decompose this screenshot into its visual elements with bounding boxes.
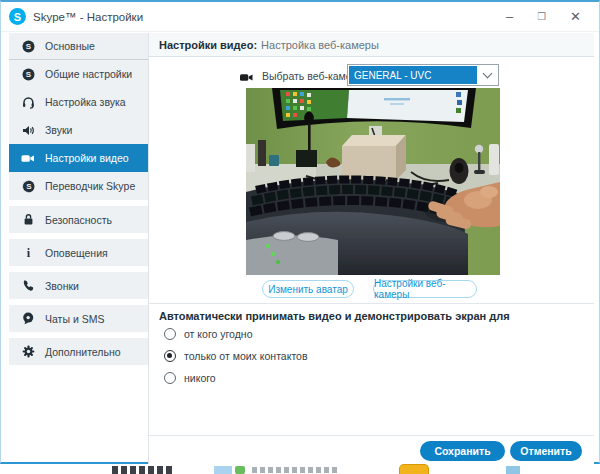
skype-icon: S bbox=[21, 67, 35, 81]
sidebar-item-label: Безопасность bbox=[45, 214, 112, 226]
svg-text:S: S bbox=[26, 182, 32, 191]
skype-icon: S bbox=[21, 39, 35, 53]
sidebar-item-skype-translator[interactable]: S Переводчик Skype bbox=[9, 172, 148, 200]
background-icon-fragment bbox=[214, 466, 232, 474]
settings-header: Настройки видео: Настройка веб-камеры bbox=[149, 33, 594, 57]
sidebar-item-calls[interactable]: Звонки bbox=[9, 272, 148, 299]
change-avatar-button[interactable]: Изменить аватар bbox=[262, 280, 354, 298]
settings-header-bold: Настройки видео: bbox=[159, 39, 257, 51]
title-bar: S Skype™ - Настройки – ❒ ✕ bbox=[1, 2, 599, 32]
skype-settings-window: S Skype™ - Настройки – ❒ ✕ S Основные bbox=[0, 0, 600, 464]
svg-text:S: S bbox=[25, 70, 31, 79]
radio-label: только от моих контактов bbox=[184, 350, 308, 362]
sidebar-item-video-settings[interactable]: Настройки видео bbox=[9, 144, 148, 172]
speaker-icon bbox=[21, 123, 35, 137]
phone-icon bbox=[21, 279, 35, 293]
background-text-fragment bbox=[112, 466, 174, 474]
videocam-icon bbox=[21, 151, 35, 165]
sidebar-item-chats-sms[interactable]: Чаты и SMS bbox=[9, 305, 148, 332]
sidebar: S Основные S Общие настройки Настройка з… bbox=[9, 33, 148, 365]
gear-icon bbox=[21, 345, 35, 359]
sidebar-item-label: Переводчик Skype bbox=[45, 180, 135, 192]
sidebar-item-general-settings[interactable]: S Общие настройки bbox=[9, 60, 148, 88]
sidebar-item-label: Звонки bbox=[45, 280, 79, 292]
sidebar-item-audio-settings[interactable]: Настройка звука bbox=[9, 88, 148, 116]
translator-globe-icon: S bbox=[21, 179, 35, 193]
webcam-select[interactable]: GENERAL - UVC bbox=[347, 64, 499, 86]
settings-header-rest: Настройка веб-камеры bbox=[261, 39, 379, 51]
radio-option-anyone[interactable]: от кого угодно bbox=[164, 328, 252, 340]
screen: S Skype™ - Настройки – ❒ ✕ S Основные bbox=[0, 0, 600, 474]
headset-icon bbox=[21, 95, 35, 109]
chat-bubble-icon bbox=[21, 312, 35, 326]
background-icon-fragment bbox=[506, 466, 520, 474]
webcam-settings-button[interactable]: Настройки веб-камеры bbox=[373, 280, 477, 298]
webcam-select-value: GENERAL - UVC bbox=[349, 66, 477, 84]
minimize-button[interactable]: – bbox=[506, 10, 513, 23]
radio-option-contacts-only[interactable]: только от моих контактов bbox=[164, 350, 308, 362]
footer-bar: Сохранить Отменить bbox=[149, 435, 594, 464]
background-icon-fragment bbox=[235, 466, 245, 474]
sidebar-item-label: Общие настройки bbox=[45, 68, 132, 80]
background-yellow-badge-fragment bbox=[399, 464, 429, 474]
skype-logo-icon: S bbox=[9, 8, 26, 25]
cancel-button[interactable]: Отменить bbox=[510, 441, 582, 461]
sidebar-item-label: Оповещения bbox=[45, 247, 108, 259]
videocam-icon bbox=[239, 70, 254, 83]
save-button[interactable]: Сохранить bbox=[420, 441, 505, 461]
radio-button[interactable] bbox=[164, 372, 176, 384]
webcam-select-row: Выбрать веб-камеру: GENERAL - UVC bbox=[149, 65, 594, 87]
radio-option-nobody[interactable]: никого bbox=[164, 372, 216, 384]
sidebar-item-label: Настройка звука bbox=[45, 96, 126, 108]
sidebar-item-label: Звуки bbox=[45, 124, 72, 136]
background-window-strip bbox=[0, 464, 600, 474]
svg-text:S: S bbox=[25, 42, 31, 51]
maximize-button[interactable]: ❒ bbox=[537, 10, 546, 23]
sidebar-item-sounds[interactable]: Звуки bbox=[9, 116, 148, 144]
background-text-fragment bbox=[252, 467, 338, 473]
close-button[interactable]: ✕ bbox=[570, 10, 581, 23]
webcam-preview bbox=[246, 88, 500, 275]
sidebar-item-label: Чаты и SMS bbox=[45, 313, 104, 325]
section-divider bbox=[149, 303, 594, 304]
main-panel: Настройки видео: Настройка веб-камеры Вы… bbox=[148, 33, 594, 464]
chevron-down-icon bbox=[477, 66, 497, 84]
radio-label: от кого угодно bbox=[184, 328, 252, 340]
sidebar-item-label: Дополнительно bbox=[45, 346, 121, 358]
info-icon: i bbox=[21, 246, 35, 260]
sidebar-item-general[interactable]: S Основные bbox=[9, 33, 148, 59]
sidebar-item-advanced[interactable]: Дополнительно bbox=[9, 338, 148, 365]
radio-button[interactable] bbox=[164, 350, 176, 362]
sidebar-item-label: Основные bbox=[45, 40, 95, 52]
radio-button[interactable] bbox=[164, 328, 176, 340]
sidebar-item-label: Настройки видео bbox=[45, 152, 129, 164]
sidebar-group-general: S Основные S Общие настройки Настройка з… bbox=[9, 33, 148, 200]
radio-label: никого bbox=[184, 372, 216, 384]
window-title: Skype™ - Настройки bbox=[33, 11, 143, 23]
sidebar-item-notifications[interactable]: i Оповещения bbox=[9, 239, 148, 266]
svg-text:i: i bbox=[26, 246, 30, 259]
auto-accept-heading: Автоматически принимать видео и демонстр… bbox=[159, 310, 510, 322]
sidebar-item-privacy[interactable]: Безопасность bbox=[9, 206, 148, 233]
lock-icon bbox=[21, 213, 35, 227]
